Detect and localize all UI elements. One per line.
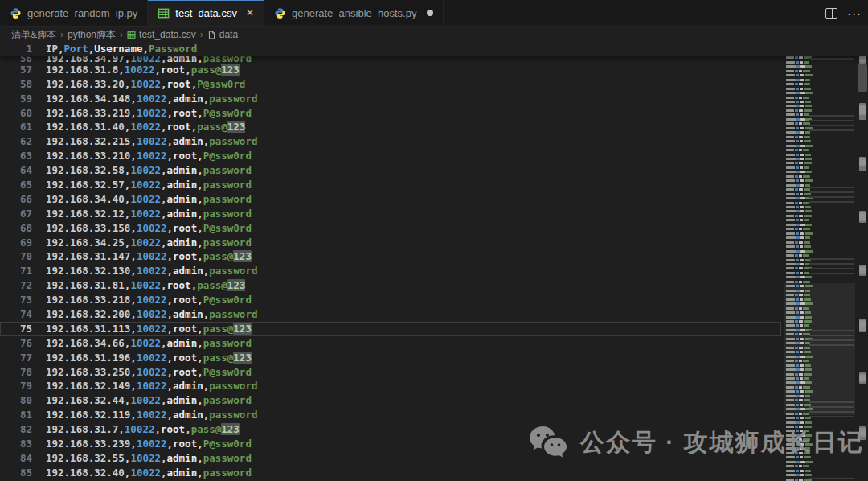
- tab-label: generate_ansible_hosts.py: [292, 7, 416, 19]
- code-line-77[interactable]: 77192.168.31.196,10022,root,pass@123: [0, 351, 868, 365]
- line-number[interactable]: 63: [0, 149, 32, 163]
- code-line-62[interactable]: 62192.168.32.215,10022,admin,password: [0, 134, 868, 149]
- minimap-slider[interactable]: [784, 283, 855, 415]
- tab-generate_ansible_hosts.py[interactable]: generate_ansible_hosts.py: [264, 0, 444, 26]
- minimap-line: [786, 105, 812, 107]
- minimap-line: [786, 232, 813, 235]
- line-number[interactable]: 73: [0, 293, 32, 307]
- code-line-82[interactable]: 82192.168.31.7,10022,root,pass@123: [0, 422, 868, 437]
- code-line-84[interactable]: 84192.168.32.55,10022,admin,password: [0, 451, 868, 466]
- code-line-67[interactable]: 67192.168.32.12,10022,admin,password: [0, 207, 868, 221]
- code-line-65[interactable]: 65192.168.32.57,10022,admin,password: [0, 178, 868, 192]
- minimap-decoration-line: [809, 58, 854, 60]
- code-line-78[interactable]: 78192.168.33.250,10022,root,P@ssw0rd: [0, 365, 868, 380]
- code-line-63[interactable]: 63192.168.33.210,10022,root,P@ssw0rd: [0, 149, 868, 163]
- line-number[interactable]: 81: [0, 408, 32, 422]
- line-number[interactable]: 75: [0, 322, 32, 336]
- line-number[interactable]: 66: [0, 192, 32, 207]
- code-line-83[interactable]: 83192.168.33.239,10022,root,P@ssw0rd: [0, 437, 868, 451]
- line-number[interactable]: 61: [0, 120, 32, 134]
- minimap[interactable]: [784, 42, 855, 481]
- code-line-59[interactable]: 59192.168.34.148,10022,admin,password: [0, 92, 868, 106]
- tab-test_data.csv[interactable]: test_data.csv✕: [148, 0, 264, 26]
- token: ,: [154, 423, 161, 435]
- line-number[interactable]: 77: [0, 351, 32, 365]
- code-line-68[interactable]: 68192.168.33.158,10022,root,P@ssw0rd: [0, 221, 868, 236]
- line-content: 192.168.32.130,10022,admin,password: [32, 264, 257, 278]
- token: 123: [233, 250, 252, 262]
- token: admin: [167, 164, 198, 176]
- line-number[interactable]: 84: [0, 451, 32, 466]
- token: ,: [161, 279, 167, 291]
- modified-dot-icon[interactable]: [427, 10, 433, 16]
- overview-ruler-mark: [859, 431, 866, 437]
- line-number[interactable]: 70: [0, 249, 32, 264]
- line-number[interactable]: 78: [0, 365, 32, 380]
- scrollbar-overview-ruler[interactable]: [857, 42, 868, 481]
- token: 192.168.32.200: [46, 308, 130, 320]
- line-number[interactable]: 59: [0, 92, 32, 106]
- line-number[interactable]: 74: [0, 307, 32, 322]
- line-number[interactable]: 85: [0, 466, 32, 480]
- code-line-71[interactable]: 71192.168.32.130,10022,admin,password: [0, 264, 868, 278]
- code-line-64[interactable]: 64192.168.32.58,10022,admin,password: [0, 163, 868, 178]
- line-number[interactable]: 79: [0, 379, 32, 393]
- breadcrumb-item-data[interactable]: data: [207, 29, 238, 40]
- token: ,: [167, 308, 174, 320]
- token: 10022: [137, 294, 167, 306]
- close-tab-icon[interactable]: ✕: [246, 7, 254, 18]
- line-number[interactable]: 56: [0, 56, 32, 63]
- line-number[interactable]: 58: [0, 77, 32, 92]
- breadcrumb-item-python脚本[interactable]: python脚本: [68, 28, 116, 42]
- code-line-74[interactable]: 74192.168.32.200,10022,admin,password: [0, 307, 868, 322]
- line-number[interactable]: 67: [0, 207, 32, 221]
- split-editor-icon[interactable]: [825, 8, 837, 18]
- code-line-66[interactable]: 66192.168.34.40,10022,admin,password: [0, 192, 868, 207]
- token: 192.168.32.40: [46, 467, 125, 479]
- code-line-76[interactable]: 76192.168.34.66,10022,admin,password: [0, 336, 868, 351]
- line-number[interactable]: 72: [0, 278, 32, 293]
- breadcrumb-item-test_data.csv[interactable]: test_data.csv: [127, 29, 196, 40]
- line-number[interactable]: 60: [0, 106, 32, 121]
- token: pass@: [203, 250, 234, 262]
- line-number[interactable]: 83: [0, 437, 32, 451]
- line-number[interactable]: 68: [0, 221, 32, 236]
- breadcrumb-item-清单&脚本[interactable]: 清单&脚本: [11, 28, 56, 42]
- line-number[interactable]: 62: [0, 134, 32, 149]
- header-line[interactable]: 1IP,Port,Username,Password: [0, 42, 868, 56]
- ellipsis-icon[interactable]: ···: [847, 6, 862, 20]
- code-line-80[interactable]: 80192.168.32.44,10022,admin,password: [0, 393, 868, 408]
- code-line-75[interactable]: 75192.168.31.113,10022,root,pass@123: [0, 322, 781, 336]
- header-content: IP,Port,Username,Password: [32, 42, 197, 56]
- line-number[interactable]: 69: [0, 236, 32, 250]
- line-number[interactable]: 82: [0, 422, 32, 437]
- code-line-73[interactable]: 73192.168.33.218,10022,root,P@ssw0rd: [0, 293, 868, 307]
- code-line-61[interactable]: 61192.168.31.40,10022,root,pass@123: [0, 120, 868, 134]
- line-number[interactable]: 76: [0, 336, 32, 351]
- code-line-85[interactable]: 85192.168.32.40,10022,admin,password: [0, 466, 868, 480]
- sticky-scroll-line[interactable]: 1IP,Port,Username,Password: [0, 42, 868, 56]
- token: password: [203, 467, 252, 479]
- code-line-69[interactable]: 69192.168.34.25,10022,admin,password: [0, 236, 868, 250]
- code-line-57[interactable]: 57192.168.31.8,10022,root,pass@123: [0, 63, 868, 77]
- code-line-56[interactable]: 56192.168.34.97,10022,admin,password: [0, 56, 868, 63]
- code-line-72[interactable]: 72192.168.31.81,10022,root,pass@123: [0, 278, 868, 293]
- minimap-decoration-line: [809, 130, 854, 131]
- token: 123: [221, 423, 240, 435]
- code-line-70[interactable]: 70192.168.31.147,10022,root,pass@123: [0, 249, 868, 264]
- code-line-79[interactable]: 79192.168.32.149,10022,admin,password: [0, 379, 868, 393]
- code-line-81[interactable]: 81192.168.32.119,10022,admin,password: [0, 408, 868, 422]
- tab-generate_random_ip.py[interactable]: generate_random_ip.py: [0, 0, 148, 26]
- partial-top-line[interactable]: 56192.168.34.97,10022,admin,password: [0, 56, 868, 63]
- code-editor[interactable]: 1IP,Port,Username,Password 56192.168.34.…: [0, 42, 868, 481]
- line-number[interactable]: 57: [0, 63, 32, 77]
- code-line-60[interactable]: 60192.168.33.219,10022,root,P@ssw0rd: [0, 106, 868, 121]
- line-number[interactable]: 1: [0, 42, 32, 56]
- line-number[interactable]: 71: [0, 264, 32, 278]
- line-number[interactable]: 64: [0, 163, 32, 178]
- scrollbar-thumb[interactable]: [858, 64, 867, 92]
- token: 192.168.31.8: [46, 64, 118, 76]
- line-number[interactable]: 65: [0, 178, 32, 192]
- code-line-58[interactable]: 58192.168.33.20,10022,root,P@ssw0rd: [0, 77, 868, 92]
- line-number[interactable]: 80: [0, 393, 32, 408]
